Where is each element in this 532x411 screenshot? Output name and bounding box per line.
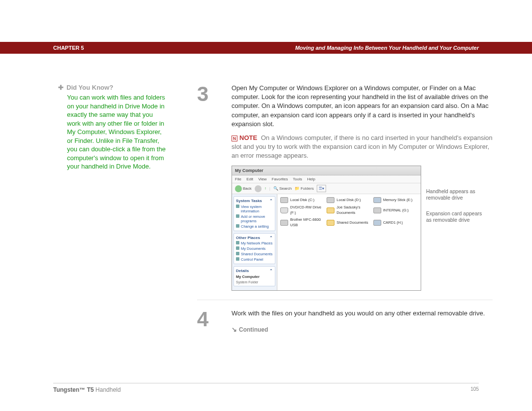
screenshot-row: My Computer File Edit View Favorites Too… bbox=[232, 166, 493, 291]
note-label: NOTE bbox=[239, 134, 257, 141]
continued-label: Continued bbox=[239, 326, 268, 333]
step-4: 4 Work with the files on your handheld a… bbox=[197, 309, 493, 342]
menu-item[interactable]: Tools bbox=[293, 177, 302, 181]
drive-item[interactable]: INTERNAL (G:) bbox=[373, 205, 418, 215]
drive-item[interactable]: Brother MFC-6800 USB bbox=[280, 217, 325, 228]
step-body: Open My Computer or Windows Explorer on … bbox=[232, 84, 493, 291]
forward-button[interactable] bbox=[255, 185, 262, 192]
step-text: Open My Computer or Windows Explorer on … bbox=[232, 84, 493, 129]
memory-stick-icon bbox=[373, 197, 381, 203]
sidebar-tip: ✚Did You Know? You can work with files a… bbox=[58, 84, 166, 171]
folder-icon bbox=[327, 220, 334, 226]
did-you-know-body: You can work with files and folders on y… bbox=[58, 93, 166, 171]
collapse-icon[interactable]: ⌃ bbox=[269, 235, 273, 240]
dvd-icon bbox=[280, 207, 288, 213]
panel-link[interactable]: View system information bbox=[236, 204, 273, 214]
plus-icon: ✚ bbox=[58, 84, 64, 91]
window-menubar: File Edit View Favorites Tools Help bbox=[232, 175, 421, 183]
panel-details: Details⌃ My Computer System Folder bbox=[233, 266, 275, 286]
chapter-title: Moving and Managing Info Between Your Ha… bbox=[295, 45, 479, 51]
drive-item[interactable]: Joe Sadusky's Documents bbox=[327, 205, 371, 215]
window-title: My Computer bbox=[235, 168, 264, 173]
note-text: On a Windows computer, if there is no ca… bbox=[232, 134, 493, 159]
folder-icon bbox=[327, 207, 334, 213]
hdd-icon bbox=[280, 197, 288, 203]
page-footer: Tungsten™ T5 Handheld 105 bbox=[53, 383, 479, 393]
views-button[interactable]: ☰▾ bbox=[317, 185, 326, 192]
drive-item[interactable]: Local Disk (C:) bbox=[280, 197, 325, 203]
continued-arrow-icon: ↘ bbox=[232, 325, 237, 334]
drive-item[interactable]: Local Disk (D:) bbox=[327, 197, 371, 203]
window-titlebar: My Computer bbox=[232, 166, 421, 176]
menu-item[interactable]: Edit bbox=[246, 177, 253, 181]
explorer-sidebar: System Tasks⌃ View system information Ad… bbox=[232, 194, 277, 290]
folders-button[interactable]: 📁Folders bbox=[295, 186, 314, 191]
product-label: Tungsten™ T5 Handheld bbox=[53, 386, 121, 393]
drive-grid: Local Disk (C:) Local Disk (D:) Memory S… bbox=[277, 194, 421, 290]
chapter-header: CHAPTER 5 Moving and Managing Info Betwe… bbox=[0, 42, 532, 54]
window-main: System Tasks⌃ View system information Ad… bbox=[232, 194, 421, 290]
step-3: 3 Open My Computer or Windows Explorer o… bbox=[197, 84, 493, 300]
menu-item[interactable]: Help bbox=[307, 177, 315, 181]
drive-item[interactable]: Shared Documents bbox=[327, 217, 371, 228]
continued-marker: ↘Continued bbox=[232, 325, 493, 334]
my-computer-window: My Computer File Edit View Favorites Too… bbox=[232, 166, 421, 291]
note-icon: N bbox=[232, 136, 237, 141]
collapse-icon[interactable]: ⌃ bbox=[269, 198, 273, 204]
drive-item[interactable]: CARD1 (H:) bbox=[373, 217, 418, 228]
menu-item[interactable]: View bbox=[258, 177, 266, 181]
panel-link[interactable]: Add or remove programs bbox=[236, 214, 273, 224]
drive-item[interactable]: Memory Stick (E:) bbox=[373, 197, 418, 203]
did-you-know-header: ✚Did You Know? bbox=[58, 84, 166, 91]
back-button[interactable]: Back bbox=[235, 185, 252, 192]
panel-link[interactable]: My Network Places bbox=[236, 240, 273, 246]
up-icon[interactable]: ↑ bbox=[265, 186, 266, 191]
page-number: 105 bbox=[470, 386, 479, 393]
note-block: NNOTE On a Windows computer, if there is… bbox=[232, 134, 493, 161]
panel-link[interactable]: My Documents bbox=[236, 246, 273, 251]
hdd-icon bbox=[327, 197, 334, 203]
search-button[interactable]: 🔍Search bbox=[273, 186, 292, 191]
did-you-know-label: Did You Know? bbox=[66, 84, 113, 91]
panel-link[interactable]: Control Panel bbox=[236, 257, 273, 262]
panel-system-tasks: System Tasks⌃ View system information Ad… bbox=[233, 196, 275, 231]
collapse-icon[interactable]: ⌃ bbox=[269, 268, 273, 274]
callout-handheld: Handheld appears as removable drive bbox=[426, 188, 485, 202]
panel-link[interactable]: Change a setting bbox=[236, 224, 273, 229]
step-text: Work with the files on your handheld as … bbox=[232, 309, 493, 318]
printer-icon bbox=[280, 220, 288, 226]
window-toolbar: Back ↑ | 🔍Search 📁Folders ☰▾ bbox=[232, 183, 421, 194]
panel-other-places: Other Places⌃ My Network Places My Docum… bbox=[233, 233, 275, 264]
chapter-label: CHAPTER 5 bbox=[53, 45, 84, 51]
step-number: 3 bbox=[197, 84, 232, 291]
card-icon bbox=[373, 220, 381, 226]
removable-icon bbox=[373, 207, 381, 213]
callout-expansion: Expansion card appears as removable driv… bbox=[426, 210, 485, 224]
steps-column: 3 Open My Computer or Windows Explorer o… bbox=[197, 84, 493, 352]
panel-link[interactable]: Shared Documents bbox=[236, 251, 273, 257]
callouts-column: Handheld appears as removable drive Expa… bbox=[426, 166, 485, 291]
drive-item[interactable]: DVD/CD-RW Drive (F:) bbox=[280, 205, 325, 215]
menu-item[interactable]: Favorites bbox=[272, 177, 288, 181]
step-body: Work with the files on your handheld as … bbox=[232, 309, 493, 334]
step-number: 4 bbox=[197, 309, 232, 334]
menu-item[interactable]: File bbox=[235, 177, 241, 181]
